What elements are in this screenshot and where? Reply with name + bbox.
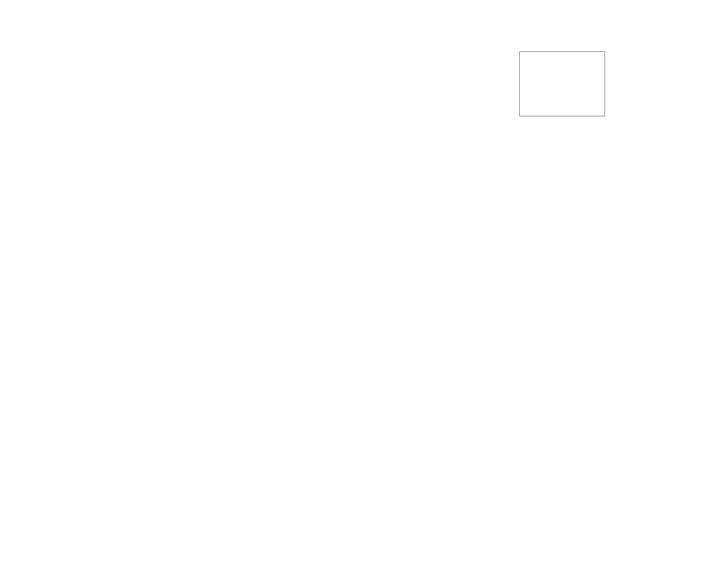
scoring-field-plot [0,0,717,588]
archer-scoring-figure [0,0,717,588]
legend [519,51,605,116]
